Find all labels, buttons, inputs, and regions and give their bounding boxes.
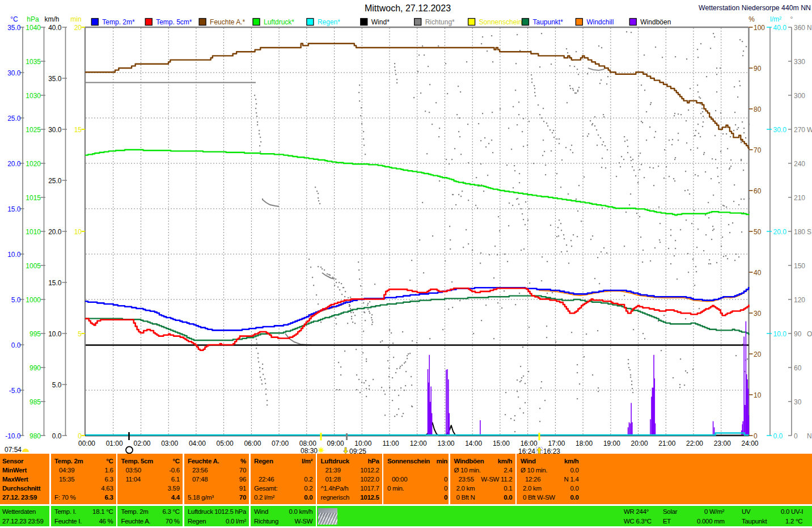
svg-text:W: W [807,126,812,134]
svg-text:330: 330 [794,58,805,66]
svg-text:0.0: 0.0 [52,432,62,440]
svg-text:30.0: 30.0 [773,126,787,134]
svg-text:985: 985 [29,398,41,406]
svg-text:07:00: 07:00 [272,440,289,447]
svg-text:00:00: 00:00 [78,440,95,447]
svg-text:1025: 1025 [26,126,41,134]
svg-text:40.0: 40.0 [48,24,62,32]
svg-text:10.0: 10.0 [773,330,787,338]
svg-text:20.0: 20.0 [773,228,787,236]
svg-text:40.0: 40.0 [773,24,787,32]
svg-text:°: ° [790,15,793,23]
svg-text:1010: 1010 [26,228,41,236]
svg-text:Wind*: Wind* [371,18,390,26]
svg-text:°C: °C [10,15,18,23]
svg-text:Luftdruck*: Luftdruck* [264,18,294,26]
svg-text:Windchill: Windchill [586,18,614,26]
svg-text:90: 90 [794,330,802,338]
svg-text:l/m²: l/m² [770,15,781,23]
svg-text:10: 10 [754,391,762,399]
svg-text:-5.0: -5.0 [9,387,21,395]
svg-text:980: 980 [29,432,41,440]
svg-text:35.0: 35.0 [48,75,62,83]
svg-text:16:00: 16:00 [521,440,538,447]
svg-text:50: 50 [754,228,762,236]
svg-text:02:00: 02:00 [133,440,150,447]
svg-text:Richtung*: Richtung* [425,18,455,26]
svg-text:19:00: 19:00 [603,440,620,447]
svg-text:min: min [70,15,81,23]
svg-text:60: 60 [794,364,802,372]
svg-text:0: 0 [754,432,758,440]
svg-text:km/h: km/h [44,15,59,23]
svg-text:14:00: 14:00 [465,440,482,447]
svg-text:270: 270 [794,126,805,134]
svg-text:100: 100 [754,24,765,32]
svg-text:70: 70 [754,146,762,154]
svg-text:06:00: 06:00 [244,440,261,447]
svg-text:35.0: 35.0 [7,24,21,32]
svg-text:25.0: 25.0 [7,115,21,123]
svg-text:07:54: 07:54 [5,446,22,454]
svg-text:1000: 1000 [26,296,41,304]
svg-text:11:00: 11:00 [382,440,399,447]
svg-text:N: N [807,24,812,32]
svg-text:30.0: 30.0 [7,69,21,77]
svg-text:10:00: 10:00 [354,440,371,447]
svg-text:24:00: 24:00 [741,440,758,447]
svg-text:5.0: 5.0 [11,296,21,304]
svg-text:%: % [748,15,755,23]
svg-text:23:00: 23:00 [714,440,731,447]
svg-text:13:00: 13:00 [437,440,454,447]
svg-text:0.0: 0.0 [773,432,783,440]
svg-text:05:00: 05:00 [217,440,234,447]
svg-text:15: 15 [74,126,82,134]
svg-text:30: 30 [754,310,762,318]
svg-text:Windböen: Windböen [640,18,671,26]
svg-text:10: 10 [74,228,82,236]
svg-text:18:00: 18:00 [576,440,593,447]
svg-text:20: 20 [754,350,762,358]
svg-text:1035: 1035 [26,58,41,66]
svg-text:5: 5 [78,330,82,338]
svg-text:300: 300 [794,92,805,100]
svg-text:Regen*: Regen* [318,18,340,26]
svg-text:20:00: 20:00 [631,440,648,447]
svg-text:5.0: 5.0 [52,381,62,389]
svg-text:210: 210 [794,194,805,202]
svg-text:Mittwoch, 27.12.2023: Mittwoch, 27.12.2023 [365,3,451,13]
svg-text:15:00: 15:00 [493,440,510,447]
svg-text:150: 150 [794,262,805,270]
svg-text:1015: 1015 [26,194,41,202]
svg-text:1020: 1020 [26,160,41,168]
svg-text:01:00: 01:00 [106,440,123,447]
svg-text:30: 30 [794,398,802,406]
svg-text:15.0: 15.0 [48,279,62,287]
svg-text:22:00: 22:00 [686,440,703,447]
svg-text:20: 20 [74,24,82,32]
svg-text:Feuchte A.*: Feuchte A.* [210,18,245,26]
svg-text:21:00: 21:00 [658,440,675,447]
svg-text:-10.0: -10.0 [5,432,21,440]
svg-text:360: 360 [794,24,805,32]
svg-text:80: 80 [754,105,762,113]
svg-text:1005: 1005 [26,262,41,270]
svg-text:180: 180 [794,228,805,236]
svg-text:20.0: 20.0 [48,228,62,236]
svg-text:1040: 1040 [26,24,41,32]
svg-text:1030: 1030 [26,92,41,100]
svg-text:10.0: 10.0 [48,330,62,338]
svg-text:Temp. 5cm*: Temp. 5cm* [156,18,192,26]
svg-text:O: O [807,330,812,338]
svg-text:60: 60 [754,187,762,195]
svg-text:S: S [807,228,811,236]
svg-text:25.0: 25.0 [48,177,62,185]
svg-text:995: 995 [29,330,41,338]
svg-text:17:00: 17:00 [548,440,565,447]
svg-text:10.0: 10.0 [7,251,21,259]
svg-text:0: 0 [794,432,798,440]
svg-text:Temp. 2m*: Temp. 2m* [102,18,135,26]
svg-text:Sonnenschein: Sonnenschein [479,18,522,26]
svg-text:30.0: 30.0 [48,126,62,134]
svg-text:09:00: 09:00 [327,440,344,447]
